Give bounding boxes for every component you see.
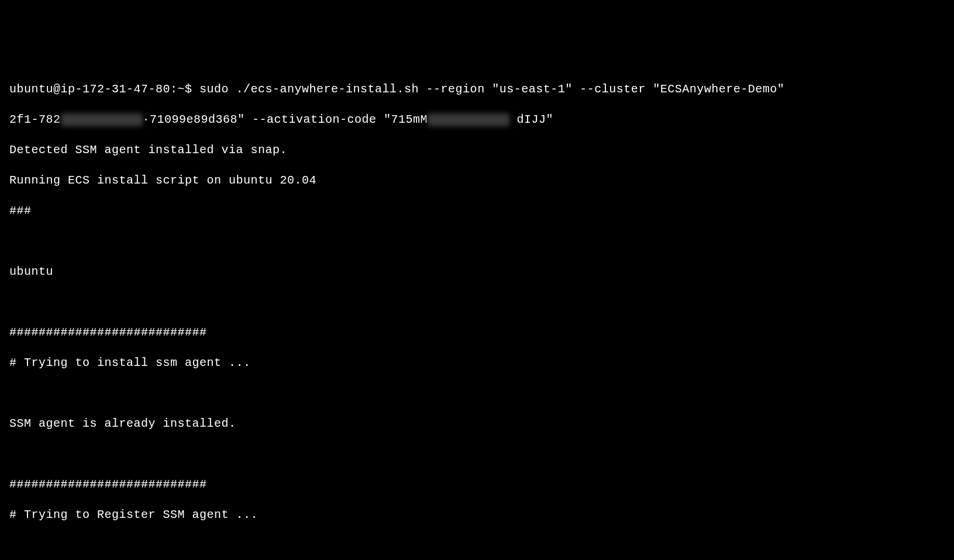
blank-line [9, 447, 945, 462]
output-running: Running ECS install script on ubuntu 20.… [9, 173, 945, 188]
blank-line [9, 538, 945, 553]
cmd-part-a: 2f1-782 [9, 113, 61, 126]
cmd-part-c: dIJJ" [509, 113, 553, 126]
separator: ########################### [9, 325, 945, 340]
output-detected: Detected SSM agent installed via snap. [9, 143, 945, 158]
blank-line [9, 386, 945, 401]
blank-line [9, 234, 945, 249]
ssm-register-heading: # Trying to Register SSM agent ... [9, 507, 945, 523]
ssm-install-heading: # Trying to install ssm agent ... [9, 355, 945, 371]
output-ubuntu: ubuntu [9, 264, 945, 279]
redacted-activation-code: XXXXXXXXXXX [428, 113, 509, 126]
command-line-1: ubuntu@ip-172-31-47-80:~$ sudo ./ecs-any… [9, 82, 945, 97]
ssm-installed-status: SSM agent is already installed. [9, 416, 945, 431]
terminal-window[interactable]: ubuntu@ip-172-31-47-80:~$ sudo ./ecs-any… [9, 67, 945, 560]
redacted-activation-id: XXXXXXXXXXX [61, 113, 143, 126]
blank-line [9, 295, 945, 310]
output-hashes: ### [9, 203, 945, 219]
separator: ########################### [9, 477, 945, 492]
cmd-part-b: ·71099e89d368" --activation-code "715mM [143, 113, 428, 126]
command-line-2: 2f1-782XXXXXXXXXXX·71099e89d368" --activ… [9, 112, 945, 127]
